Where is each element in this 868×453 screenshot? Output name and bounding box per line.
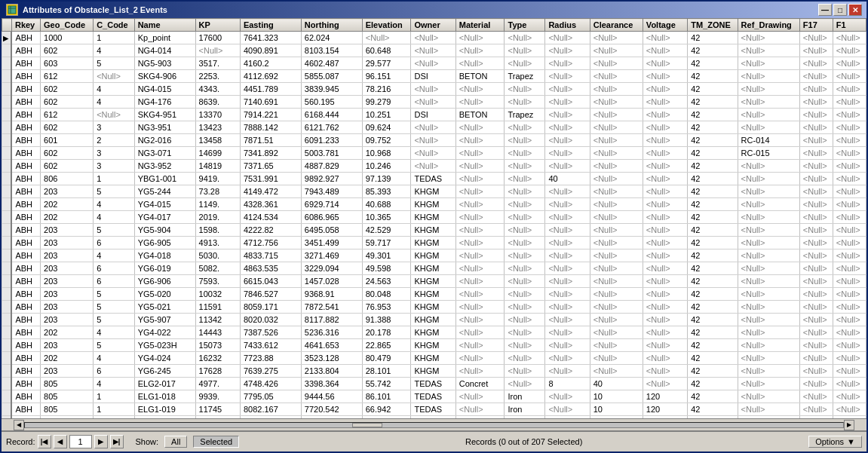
- column-header-type[interactable]: Type: [505, 19, 545, 32]
- cell-geo_code: 202: [41, 352, 94, 365]
- column-header-geo_code[interactable]: Geo_Code: [41, 19, 94, 32]
- cell-rkey: ABH: [11, 96, 40, 109]
- minimize-button[interactable]: —: [818, 4, 832, 16]
- cell-material: <Null>: [455, 96, 505, 109]
- cell-c_code: 1: [94, 403, 135, 416]
- cell-ref_drawing: <Null>: [738, 185, 799, 198]
- cell-tm_zone: 42: [688, 57, 738, 70]
- column-header-ref_drawing[interactable]: Ref_Drawing: [738, 19, 799, 32]
- nav-next-button[interactable]: ▶: [94, 435, 108, 448]
- table-row[interactable]: ABH2036YG6-9054913.4712.7563451.49959.71…: [2, 237, 866, 249]
- table-row[interactable]: ABH6023NG3-071146997341.8925003.78110.96…: [2, 147, 866, 160]
- column-header-easting[interactable]: Easting: [240, 19, 301, 32]
- table-row[interactable]: ABH2034YG4-0185030.4833.7153271.46949.30…: [2, 249, 866, 262]
- table-row[interactable]: ABH8051ELG1-019117458082.1677720.54266.9…: [2, 403, 866, 416]
- table-row[interactable]: ABH612<Null>SKG4-951133707914.2216168.44…: [2, 109, 866, 121]
- column-header-rkey[interactable]: Rkey: [11, 19, 40, 32]
- column-header-f17[interactable]: F17: [799, 19, 833, 32]
- cell-f1: <Null>: [833, 57, 866, 70]
- table-row[interactable]: ABH6024NG4-0154343.4451.7893839.94578.21…: [2, 83, 866, 96]
- cell-owner: <Null>: [411, 160, 455, 173]
- cell-ref_drawing: <Null>: [738, 237, 799, 249]
- column-header-clearance[interactable]: Clearance: [590, 19, 643, 32]
- column-header-name[interactable]: Name: [134, 19, 195, 32]
- column-header-voltage[interactable]: Voltage: [643, 19, 687, 32]
- scroll-left-arrow[interactable]: ◀: [14, 420, 24, 430]
- row-indicator: [2, 403, 12, 416]
- table-row[interactable]: ABH2024YG4-022144437387.5265236.31620.17…: [2, 326, 866, 339]
- cell-elevation: 60.648: [362, 44, 411, 57]
- horizontal-scrollbar[interactable]: ◀ ▶: [2, 418, 866, 430]
- column-header-northing[interactable]: Northing: [301, 19, 362, 32]
- cell-tm_zone: 42: [688, 173, 738, 185]
- cell-rkey: ABH: [11, 390, 40, 403]
- table-row[interactable]: ABH2024YG4-0172019.4124.5346086.96510.36…: [2, 211, 866, 224]
- cell-geo_code: 203: [41, 185, 94, 198]
- cell-owner: <Null>: [411, 32, 455, 44]
- cell-clearance: <Null>: [590, 365, 643, 378]
- cell-f17: <Null>: [799, 352, 833, 365]
- scrollbar-track[interactable]: [24, 422, 844, 428]
- table-row[interactable]: ABH2036YG6-9067593.6615.0431457.02824.56…: [2, 275, 866, 288]
- cell-c_code: 5: [94, 288, 135, 301]
- column-header-f1[interactable]: F1: [833, 19, 866, 32]
- cell-owner: <Null>: [411, 147, 455, 160]
- table-row[interactable]: ABH2036YG6-0195082.4863.5353229.09449.59…: [2, 262, 866, 275]
- table-row[interactable]: ABH2035YG5-020100327846.5279368.9180.048…: [2, 288, 866, 301]
- table-row[interactable]: ABH6023NG3-952148197371.654887.82910.246…: [2, 160, 866, 173]
- cell-clearance: <Null>: [590, 275, 643, 288]
- table-row[interactable]: ABH2035YG5-9041598.4222.826495.05842.529…: [2, 224, 866, 237]
- table-row[interactable]: ABH2035YG5-023H150737433.6124641.65322.8…: [2, 339, 866, 352]
- column-header-c_code[interactable]: C_Code: [94, 19, 135, 32]
- maximize-button[interactable]: □: [833, 4, 847, 16]
- show-selected-button[interactable]: Selected: [193, 436, 239, 448]
- table-row[interactable]: ABH6024NG4-1768639.7140.691560.19599.279…: [2, 96, 866, 109]
- column-header-radius[interactable]: Radius: [545, 19, 590, 32]
- cell-clearance: <Null>: [590, 198, 643, 211]
- table-row[interactable]: ABH2035YG5-24473.284149.4727943.48985.39…: [2, 185, 866, 198]
- table-row[interactable]: ABH2035YG5-907113428020.0328117.88291.38…: [2, 314, 866, 326]
- cell-f1: <Null>: [833, 326, 866, 339]
- cell-clearance: <Null>: [590, 249, 643, 262]
- table-row[interactable]: ABH6023NG3-951134237888.1426121.76209.62…: [2, 121, 866, 134]
- cell-rkey: ABH: [11, 44, 40, 57]
- show-all-button[interactable]: All: [164, 436, 187, 448]
- column-header-material[interactable]: Material: [455, 19, 505, 32]
- nav-last-button[interactable]: ▶|: [110, 435, 124, 448]
- cell-radius: <Null>: [545, 326, 590, 339]
- table-row[interactable]: ABH2036YG6-245176287639.2752133.80428.10…: [2, 365, 866, 378]
- cell-f17: <Null>: [799, 262, 833, 275]
- column-header-owner[interactable]: Owner: [411, 19, 455, 32]
- record-number-input[interactable]: [69, 435, 92, 448]
- table-row[interactable]: ABH6035NG5-9033517.4160.24602.48729.577<…: [2, 57, 866, 70]
- table-row[interactable]: ABH2024YG4-0151149.4328.3616929.71440.68…: [2, 198, 866, 211]
- cell-elevation: 86.101: [362, 390, 411, 403]
- table-row[interactable]: ABH8061YBG1-0019419.7531.9919892.92797.1…: [2, 173, 866, 185]
- nav-prev-button[interactable]: ◀: [54, 435, 67, 448]
- table-row[interactable]: ▶ABH10001Kp_point176007641.32362.024<Nul…: [2, 32, 866, 44]
- table-row[interactable]: ABH612<Null>SKG4-9062253.4112.6925855.08…: [2, 70, 866, 83]
- table-row[interactable]: ABH6012NG2-016134587871.516091.23309.752…: [2, 134, 866, 147]
- cell-type: <Null>: [505, 211, 545, 224]
- options-button[interactable]: Options ▼: [808, 436, 862, 448]
- table-row[interactable]: ABH2024YG4-024162327723.883523.12880.479…: [2, 352, 866, 365]
- table-row[interactable]: ABH2035YG5-021115918059.1717872.54176.95…: [2, 301, 866, 314]
- close-button[interactable]: ✕: [848, 4, 862, 16]
- table-scroll[interactable]: RkeyGeo_CodeC_CodeNameKPEastingNorthingE…: [2, 18, 866, 418]
- scroll-right-arrow[interactable]: ▶: [844, 420, 854, 430]
- table-row[interactable]: ABH6024NG4-014<Null>4090.8918103.15460.6…: [2, 44, 866, 57]
- table-row[interactable]: ABH8054ELG2-0174977.4748.4263398.36455.7…: [2, 378, 866, 390]
- cell-radius: <Null>: [545, 403, 590, 416]
- nav-first-button[interactable]: |◀: [38, 435, 51, 448]
- column-header-elevation[interactable]: Elevation: [362, 19, 411, 32]
- cell-ref_drawing: <Null>: [738, 32, 799, 44]
- table-row[interactable]: ABH8051ELG1-0189939.7795.059444.5686.101…: [2, 390, 866, 403]
- scrollbar-thumb[interactable]: [352, 423, 382, 427]
- column-header-kp[interactable]: KP: [195, 19, 240, 32]
- records-info: Records (0 out of 207 Selected): [245, 437, 802, 446]
- cell-radius: <Null>: [545, 352, 590, 365]
- column-header-tm_zone[interactable]: TM_ZONE: [688, 19, 738, 32]
- cell-kp: 14699: [195, 147, 240, 160]
- cell-geo_code: 805: [41, 403, 94, 416]
- cell-f17: <Null>: [799, 378, 833, 390]
